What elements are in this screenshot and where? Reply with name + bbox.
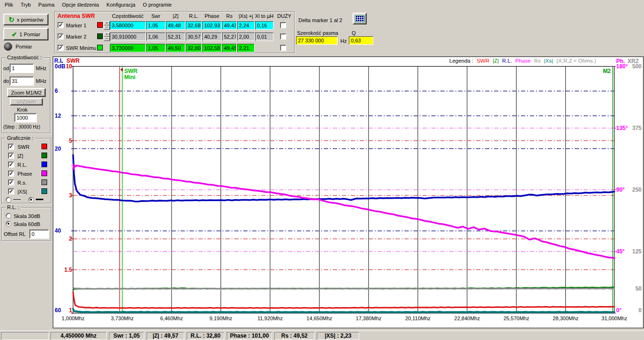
status-cell-phase: Phase : 101,00 bbox=[227, 332, 272, 340]
trace-checkbox-r-l[interactable]: ✓ bbox=[8, 162, 14, 168]
pomiar-label: Pomiar bbox=[16, 44, 32, 49]
marker-color-swatch-marker-1 bbox=[97, 22, 103, 28]
marker-visible-checkbox-marker-1[interactable]: ✓ bbox=[58, 22, 64, 28]
q-label: Q bbox=[352, 30, 356, 36]
marker-value-swr-minimu-xs-j: 2,21 bbox=[237, 44, 255, 52]
trace-label-r-s: R.s. bbox=[17, 180, 27, 186]
rl-scale-radio-skala-60db[interactable] bbox=[6, 221, 11, 227]
hz-label: Hz bbox=[340, 38, 347, 44]
trace-checkbox-r-s[interactable]: ✓ bbox=[8, 179, 14, 186]
trace-color-swatch-r-l bbox=[41, 162, 47, 167]
trace-checkbox-phase[interactable]: ✓ bbox=[8, 170, 14, 177]
series-curve-xs bbox=[73, 309, 614, 312]
do-label: do bbox=[3, 78, 9, 84]
menu-item-pasma[interactable]: Pasma bbox=[34, 1, 58, 8]
marker-value-marker-2-rs: 52,27 bbox=[222, 32, 237, 41]
freq-to-input[interactable] bbox=[9, 76, 34, 86]
duzy-checkbox-marker-1[interactable] bbox=[280, 22, 286, 28]
check-icon: ✔ bbox=[12, 31, 17, 38]
menu-item-plik[interactable]: Plik bbox=[1, 1, 17, 8]
status-cell-4-450000-mhz: 4,450000 Mhz bbox=[50, 332, 107, 340]
marker-spinner-marker-1[interactable]: +− bbox=[104, 21, 110, 30]
status-bar: 4,450000 MhzSwr : 1,05|Z| : 49,57R.L. : … bbox=[0, 331, 644, 340]
marker-panel-title: Antenna SWR bbox=[58, 13, 95, 19]
frequency-group-title: Częstotliwość : bbox=[6, 55, 43, 60]
rl-scale-group: R.L. : Offset RL Skala 30dBSkala 60dB bbox=[1, 207, 51, 241]
trace-checkbox-z[interactable]: ✓ bbox=[8, 153, 14, 159]
calculator-icon bbox=[355, 16, 364, 22]
repeat-measure-label: x pomiarów bbox=[17, 17, 43, 23]
rl-scale-radio-skala-30db[interactable] bbox=[6, 213, 11, 219]
marker-value-marker-1-z: 49,48 bbox=[166, 21, 185, 30]
marker-value-marker-1-phase: 102,93 bbox=[202, 21, 222, 30]
marker-color-swatch-swr-minimu bbox=[97, 45, 103, 50]
delta-title: Delta marker 1 al 2 bbox=[298, 17, 342, 23]
trace-checkbox-xs[interactable]: ✓ bbox=[8, 188, 14, 194]
app-window: { "menu": { "items": ["Plik", "Tryb", "P… bbox=[0, 0, 644, 340]
marker-value-marker-2-swr: 1,06 bbox=[146, 32, 165, 41]
single-measure-button[interactable]: ✔ 1 Pomiar bbox=[3, 28, 49, 40]
menu-item-konfiguracja[interactable]: Konfiguracja bbox=[103, 1, 139, 8]
offset-rl-label: Offset RL bbox=[4, 231, 25, 237]
offset-rl-input[interactable] bbox=[29, 229, 49, 239]
graficznie-group: Graficznie : ✓SWR✓|Z|✓R.L.✓Phase✓R.s.✓|X… bbox=[1, 138, 51, 203]
marker-value-swr-minimu-rs: 49,45 bbox=[222, 44, 237, 52]
status-cell-rs: Rs : 49,52 bbox=[274, 332, 314, 340]
marker-value-marker-1-cz-stotliwo: 3,580000 bbox=[110, 21, 146, 30]
marker-value-swr-minimu-swr: 1,05 bbox=[146, 44, 165, 52]
menu-item-opcje-ledzenia[interactable]: Opcje śledzenia bbox=[58, 1, 103, 8]
trace-color-swatch-z bbox=[41, 153, 47, 158]
marker-value-marker-2-z: 52,31 bbox=[166, 32, 185, 41]
calculator-button[interactable] bbox=[353, 13, 367, 24]
step-label: (Step : 30000 Hz) bbox=[3, 124, 40, 130]
marker-value-swr-minimu-cz-stotliwo: 3,730000 bbox=[110, 44, 146, 52]
pomiar-knob-icon[interactable] bbox=[4, 42, 12, 51]
menu-bar: PlikTrybPasmaOpcje śledzeniaKonfiguracja… bbox=[0, 0, 644, 9]
marker-value-marker-1-xs-j: 2,24 bbox=[237, 21, 255, 30]
marker-label-swr-minimu: SWR Minimu bbox=[66, 45, 96, 51]
series-curve-swr bbox=[73, 292, 614, 308]
bandwidth-value: 27 330 000 bbox=[296, 36, 338, 45]
marker-value-marker-2-xl-to-h: 0,01 bbox=[255, 32, 273, 41]
marker-value-marker-2-cz-stotliwo: 30,910000 bbox=[110, 32, 146, 41]
status-cell-r-l: R.L. : 32,80 bbox=[187, 332, 224, 340]
line-thin-radio[interactable] bbox=[6, 197, 11, 202]
marker-visible-checkbox-marker-2[interactable]: ✓ bbox=[58, 33, 64, 40]
marker-color-swatch-marker-2 bbox=[97, 33, 103, 39]
marker-spinner-marker-2[interactable]: +− bbox=[104, 32, 110, 41]
menu-item-tryb[interactable]: Tryb bbox=[17, 1, 35, 8]
marker-value-marker-2-phase: 40,29 bbox=[202, 32, 222, 41]
rl-scale-label-skala-60db: Skala 60dB bbox=[14, 221, 40, 227]
spinner-down[interactable]: − bbox=[104, 37, 110, 41]
swr-min-arrow bbox=[120, 68, 123, 72]
repeat-measure-button[interactable]: ↻ x pomiarów bbox=[3, 14, 49, 25]
duzy-checkbox-swr-minimu[interactable] bbox=[280, 45, 286, 51]
status-cell-swr: Swr : 1,05 bbox=[109, 332, 144, 340]
trace-checkbox-swr[interactable]: ✓ bbox=[8, 144, 14, 150]
marker-visible-checkbox-swr-minimu[interactable]: ✓ bbox=[58, 45, 64, 51]
q-value: 0,63 bbox=[349, 36, 373, 45]
unzoom-button[interactable]: unZoom bbox=[10, 98, 43, 105]
krok-label: Krok bbox=[17, 107, 28, 113]
line-thick-radio[interactable] bbox=[28, 197, 34, 202]
status-cell-z: |Z| : 49,57 bbox=[147, 332, 184, 340]
krok-input[interactable] bbox=[14, 113, 37, 122]
freq-from-input[interactable] bbox=[9, 64, 34, 73]
trace-color-swatch-swr bbox=[41, 144, 47, 149]
trace-label-xs: |XS| bbox=[17, 189, 27, 194]
trace-color-swatch-r-s bbox=[41, 179, 47, 185]
menu-item-o-programie[interactable]: O programie bbox=[139, 1, 175, 8]
marker-value-marker-1-swr: 1,05 bbox=[146, 21, 165, 30]
frequency-group: Częstotliwość : od MHz do MHz Zoom M1/M2… bbox=[1, 57, 50, 133]
duzy-checkbox-marker-2[interactable] bbox=[280, 33, 286, 40]
marker-panel: Antenna SWR CzęstotliwośćSwr|Z|R.L.Phase… bbox=[54, 11, 295, 53]
series-curve-phase bbox=[73, 164, 614, 259]
chart-plot[interactable] bbox=[53, 57, 643, 328]
zoom-m1-m2-button[interactable]: Zoom M1/M2 bbox=[7, 88, 46, 97]
marker-value-marker-2-r-l: 30,57 bbox=[186, 32, 202, 41]
marker-value-marker-1-rs: 49,43 bbox=[222, 21, 237, 30]
single-measure-label: 1 Pomiar bbox=[19, 32, 40, 37]
spinner-down[interactable]: − bbox=[104, 25, 110, 30]
refresh-icon: ↻ bbox=[8, 16, 15, 23]
trace-label-r-l: R.L. bbox=[17, 162, 27, 168]
